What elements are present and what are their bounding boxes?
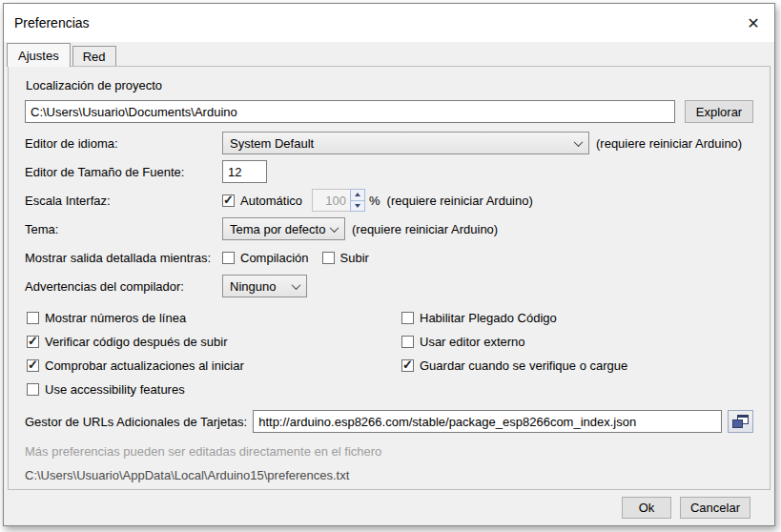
- verbose-upload-checkbox[interactable]: [322, 252, 335, 264]
- preferences-file-path: C:\Users\Usuario\AppData\Local\Arduino15…: [25, 463, 753, 487]
- code-folding-checkbox[interactable]: [401, 312, 414, 324]
- language-label: Editor de idioma:: [25, 136, 222, 151]
- font-size-row: Editor de Tamaño de Fuente:: [25, 160, 753, 183]
- warnings-select[interactable]: Ninguno: [222, 275, 307, 297]
- preferences-file-notes: Más preferencias pueden ser editadas dir…: [25, 440, 753, 490]
- browse-button[interactable]: Explorar: [685, 100, 753, 123]
- theme-select[interactable]: Tema por defecto: [222, 217, 345, 240]
- chevron-down-icon: [292, 280, 301, 290]
- option-accessibility[interactable]: Use accessibility features: [25, 378, 400, 401]
- option-code-folding[interactable]: Habilitar Plegado Código: [400, 306, 627, 330]
- sketchbook-path-input[interactable]: [25, 100, 675, 123]
- boards-urls-input[interactable]: [253, 410, 722, 433]
- scale-spinner-arrows: [350, 189, 365, 212]
- tab-bar: Ajustes Red: [4, 42, 774, 66]
- dialog-footer: Ok Cancelar: [4, 490, 774, 525]
- theme-label: Tema:: [25, 222, 222, 236]
- settings-pane: Localización de proyecto Explorar Editor…: [8, 66, 771, 490]
- sketchbook-row: Explorar: [25, 100, 753, 123]
- save-on-verify-checkbox[interactable]: [401, 359, 414, 372]
- scale-value: 100: [312, 189, 350, 212]
- scale-restart-note: (requiere reiniciar Arduino): [387, 194, 533, 208]
- scale-percent-sign: %: [369, 194, 380, 208]
- accessibility-checkbox[interactable]: [27, 383, 39, 396]
- cancel-button[interactable]: Cancelar: [680, 497, 750, 519]
- theme-selected-value: Tema por defecto: [230, 222, 325, 236]
- spinner-down-icon: [351, 200, 364, 212]
- option-verify-after-upload[interactable]: Verificar código después de subir: [25, 330, 400, 354]
- spinner-up-icon: [351, 190, 364, 200]
- verbose-label: Mostrar salida detallada mientras:: [25, 251, 222, 265]
- check-updates-checkbox[interactable]: [27, 359, 39, 372]
- options-right-column: Habilitar Plegado Código Usar editor ext…: [400, 306, 627, 401]
- external-editor-checkbox[interactable]: [401, 336, 414, 348]
- note-line-1: Más preferencias pueden ser editadas dir…: [25, 440, 753, 463]
- open-urls-editor-button[interactable]: [728, 410, 753, 433]
- option-line-numbers[interactable]: Mostrar números de línea: [25, 306, 400, 330]
- verbose-upload-label: Subir: [340, 251, 369, 265]
- language-restart-note: (requiere reiniciar Arduino): [596, 136, 742, 151]
- scale-auto-label: Automático: [240, 194, 302, 208]
- font-size-label: Editor de Tamaño de Fuente:: [25, 165, 222, 179]
- boards-urls-row: Gestor de URLs Adicionales de Tarjetas:: [25, 410, 753, 433]
- scale-spinner: 100: [312, 189, 365, 212]
- verbose-compile-checkbox[interactable]: [222, 252, 235, 264]
- option-external-editor[interactable]: Usar editor externo: [400, 330, 627, 354]
- new-window-icon: [732, 415, 749, 428]
- language-row: Editor de idioma: System Default (requie…: [25, 132, 753, 154]
- titlebar: Preferencias ✕: [4, 4, 774, 42]
- tab-ajustes[interactable]: Ajustes: [7, 43, 71, 67]
- option-save-on-verify[interactable]: Guardar cuando se verifique o cargue: [400, 354, 627, 378]
- language-select[interactable]: System Default: [222, 132, 589, 154]
- chevron-down-icon: [330, 223, 339, 233]
- compiler-warnings-row: Advertencias del compilador: Ninguno: [25, 275, 753, 297]
- boards-urls-label: Gestor de URLs Adicionales de Tarjetas:: [25, 415, 247, 429]
- theme-row: Tema: Tema por defecto (requiere reinici…: [25, 217, 753, 240]
- theme-restart-note: (requiere reiniciar Arduino): [352, 222, 498, 236]
- window-title: Preferencias: [14, 15, 90, 31]
- chevron-down-icon: [574, 137, 584, 147]
- option-check-updates[interactable]: Comprobar actualizaciones al iniciar: [25, 354, 400, 378]
- preferences-dialog: Preferencias ✕ Ajustes Red Localización …: [3, 3, 775, 526]
- font-size-input[interactable]: [222, 160, 267, 183]
- options-left-column: Mostrar números de línea Verificar códig…: [25, 306, 400, 401]
- scale-auto-checkbox[interactable]: [222, 194, 235, 207]
- verbose-compile-label: Compilación: [240, 251, 309, 265]
- tab-red[interactable]: Red: [72, 46, 116, 66]
- interface-scale-label: Escala Interfaz:: [25, 194, 222, 208]
- options-checkbox-grid: Mostrar números de línea Verificar códig…: [25, 306, 753, 401]
- sketchbook-label: Localización de proyecto: [26, 78, 753, 92]
- warnings-label: Advertencias del compilador:: [25, 279, 222, 294]
- line-numbers-checkbox[interactable]: [27, 312, 39, 324]
- language-selected-value: System Default: [230, 136, 314, 151]
- verify-after-upload-checkbox[interactable]: [27, 336, 39, 348]
- note-line-3: (editar sólo cuando Arduino no está corr…: [25, 487, 753, 490]
- interface-scale-row: Escala Interfaz: Automático 100 % (requi…: [25, 189, 753, 212]
- verbose-output-row: Mostrar salida detallada mientras: Compi…: [25, 246, 753, 269]
- warnings-selected-value: Ninguno: [230, 279, 276, 294]
- close-icon[interactable]: ✕: [732, 4, 774, 42]
- ok-button[interactable]: Ok: [622, 497, 671, 519]
